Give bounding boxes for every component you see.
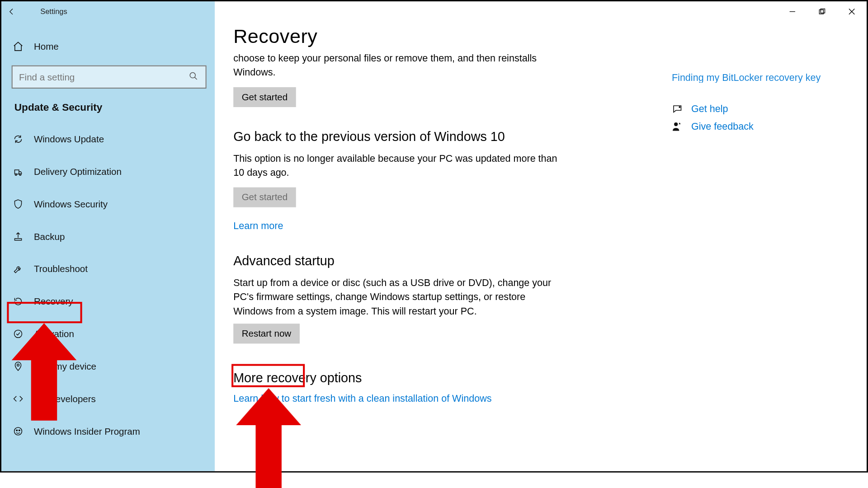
advanced-startup-heading: Advanced startup — [233, 253, 848, 268]
advanced-startup-description: Start up from a device or disc (such as … — [233, 276, 558, 318]
sidebar-item-windows-insider[interactable]: Windows Insider Program — [1, 415, 215, 447]
sidebar-item-label: Activation — [34, 328, 74, 339]
window-controls — [778, 1, 867, 22]
close-button[interactable] — [837, 1, 867, 22]
sidebar-item-label: Windows Security — [34, 199, 108, 210]
sidebar: Settings Home Update & Security Windows … — [1, 1, 215, 471]
check-circle-icon — [13, 328, 24, 340]
shield-icon — [13, 198, 24, 210]
related-links: Finding my BitLocker recovery key Get he… — [672, 72, 839, 132]
sidebar-item-home[interactable]: Home — [1, 30, 215, 63]
bitlocker-key-link-partial[interactable]: Finding my BitLocker recovery key — [672, 72, 839, 85]
sidebar-item-label: For developers — [34, 394, 96, 404]
search-input[interactable] — [12, 66, 207, 89]
sidebar-item-label: Backup — [34, 231, 65, 242]
recovery-icon — [13, 296, 24, 307]
maximize-button[interactable] — [807, 1, 837, 22]
restart-now-button[interactable]: Restart now — [233, 324, 299, 343]
search-container — [1, 66, 215, 89]
give-feedback-link: Give feedback — [691, 121, 754, 132]
sidebar-home-label: Home — [34, 41, 59, 52]
search-icon — [189, 71, 198, 83]
insider-icon — [13, 426, 24, 437]
app-title: Settings — [40, 7, 67, 15]
get-help-row[interactable]: Get help — [672, 103, 839, 115]
go-back-description: This option is no longer available becau… — [233, 151, 558, 179]
sidebar-item-windows-security[interactable]: Windows Security — [1, 188, 215, 221]
minimize-button[interactable] — [778, 1, 807, 22]
get-started-disabled-button: Get started — [233, 187, 296, 207]
sidebar-item-label: Troubleshoot — [34, 263, 88, 274]
sidebar-item-label: Windows Insider Program — [34, 426, 140, 437]
reset-pc-description-partial: choose to keep your personal files or re… — [233, 52, 567, 80]
sidebar-item-troubleshoot[interactable]: Troubleshoot — [1, 253, 215, 285]
arrow-left-icon — [7, 7, 15, 15]
sidebar-item-label: Windows Update — [34, 134, 104, 145]
svg-point-4 — [16, 430, 18, 431]
backup-icon — [13, 231, 24, 242]
svg-point-0 — [190, 73, 195, 78]
sidebar-item-find-my-device[interactable]: Find my device — [1, 350, 215, 383]
get-help-link: Get help — [691, 103, 728, 115]
back-button[interactable] — [1, 1, 22, 22]
sidebar-item-label: Recovery — [34, 296, 73, 307]
sidebar-item-backup[interactable]: Backup — [1, 220, 215, 253]
start-fresh-link[interactable]: Learn how to start fresh with a clean in… — [233, 393, 491, 404]
sidebar-item-for-developers[interactable]: For developers — [1, 383, 215, 415]
svg-point-8 — [679, 106, 680, 108]
sidebar-item-windows-update[interactable]: Windows Update — [1, 123, 215, 155]
chat-icon — [672, 103, 683, 115]
svg-point-9 — [674, 122, 678, 126]
learn-more-link[interactable]: Learn more — [233, 220, 283, 231]
titlebar-left: Settings — [1, 1, 215, 22]
svg-point-2 — [17, 364, 19, 366]
svg-point-1 — [14, 330, 22, 338]
svg-point-5 — [19, 430, 20, 431]
give-feedback-row[interactable]: Give feedback — [672, 121, 839, 132]
more-recovery-heading: More recovery options — [233, 371, 848, 385]
get-started-button[interactable]: Get started — [233, 87, 296, 107]
page-title: Recovery — [233, 25, 848, 47]
settings-window: Settings Home Update & Security Windows … — [0, 0, 868, 473]
wrench-icon — [13, 263, 24, 275]
sidebar-section-header: Update & Security — [1, 89, 215, 123]
main-content: Recovery choose to keep your personal fi… — [215, 1, 867, 471]
sidebar-item-recovery[interactable]: Recovery — [1, 285, 215, 318]
sidebar-item-activation[interactable]: Activation — [1, 318, 215, 350]
svg-point-3 — [14, 427, 22, 435]
location-icon — [13, 361, 24, 372]
sidebar-item-delivery-optimization[interactable]: Delivery Optimization — [1, 155, 215, 188]
delivery-icon — [13, 166, 24, 177]
home-icon — [13, 41, 24, 52]
sidebar-item-label: Find my device — [34, 361, 96, 372]
refresh-icon — [13, 134, 24, 145]
content-area: Recovery choose to keep your personal fi… — [233, 25, 867, 471]
feedback-icon — [672, 121, 683, 132]
sidebar-item-label: Delivery Optimization — [34, 166, 122, 177]
code-icon — [13, 393, 24, 404]
